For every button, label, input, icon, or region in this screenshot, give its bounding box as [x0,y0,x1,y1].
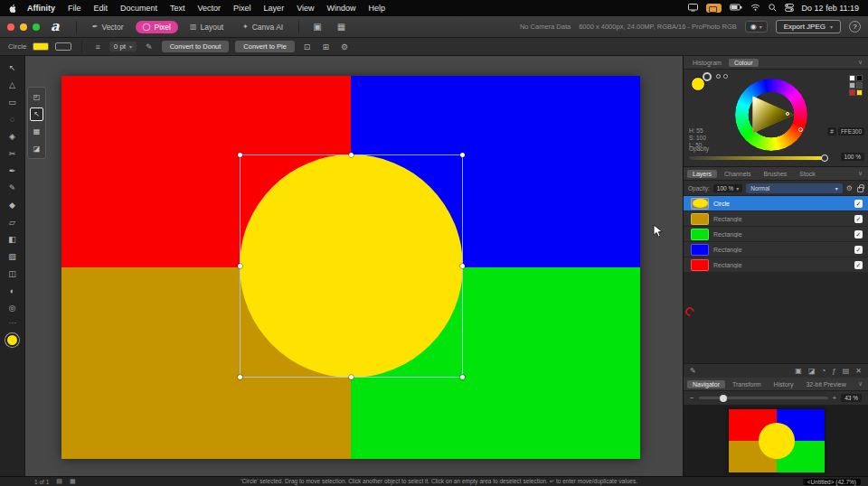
canvas-viewport[interactable] [25,56,683,476]
tab-32bit-preview[interactable]: 32-bit Preview [800,380,851,388]
group-layers-icon[interactable]: ▤ [843,367,850,375]
export-jpeg-button[interactable]: Export JPEG ▾ [776,20,841,33]
settings-gear-icon[interactable]: ⚙ [338,42,351,51]
zoom-out-button[interactable]: − [690,394,694,402]
tab-stock[interactable]: Stock [794,170,821,178]
tab-brushes[interactable]: Brushes [759,170,793,178]
active-colour-well[interactable] [5,333,19,347]
document-canvas[interactable] [61,76,640,459]
layer-row-rectangle[interactable]: Rectangle ✓ [684,211,868,227]
tab-transform[interactable]: Transform [727,380,767,388]
colour-opacity-slider[interactable] [689,156,826,160]
shape-tool-flyout[interactable]: ◪ [30,142,43,155]
menubar-clock[interactable]: Do 12 feb 11:19 [802,4,859,13]
no-colour-icon[interactable] [723,74,728,79]
move-tool[interactable]: ↖ [4,60,22,75]
tab-navigator[interactable]: Navigator [687,380,725,388]
menu-view[interactable]: View [290,4,320,13]
zoom-tool[interactable]: ◎ [4,300,22,315]
pen-tool[interactable]: ✒ [4,163,22,178]
tab-layers[interactable]: Layers [687,170,717,178]
opacity-slider-knob[interactable] [821,154,828,162]
grid-toggle-button[interactable]: ▦ [332,22,351,32]
selection-handle[interactable] [238,375,242,379]
stroke-colour-swatch[interactable] [55,42,71,51]
colour-chip[interactable] [856,82,863,89]
fill-colour-swatch[interactable] [33,42,49,51]
navigator-preview-area[interactable] [684,406,868,476]
colour-chip[interactable] [849,82,855,89]
colour-chip[interactable] [849,75,855,81]
flood-fill-tool[interactable]: ◧ [4,231,22,247]
grid-view-icon[interactable]: ▦ [70,478,76,485]
menu-edit[interactable]: Edit [88,4,115,13]
stroke-style-icon[interactable]: ≡ [92,42,102,51]
more-tools-button[interactable]: ⋯ [9,319,16,327]
move-tool-flyout[interactable]: ↖ [30,107,43,121]
collapse-chevron-icon[interactable]: ∨ [858,380,864,388]
colour-chip[interactable] [849,89,855,96]
menu-text[interactable]: Text [164,4,192,13]
zoom-value[interactable]: 43 % [841,394,862,402]
selection-bounding-box[interactable] [240,154,463,378]
selection-handle[interactable] [349,153,354,157]
layer-settings-gear-icon[interactable]: ⚙ [846,184,853,192]
search-icon[interactable] [769,4,777,14]
selection-handle[interactable] [238,153,242,157]
maximize-window-button[interactable] [33,23,40,31]
layer-row-rectangle[interactable]: Rectangle ✓ [684,257,868,273]
grid-icon[interactable]: ⊞ [319,42,332,51]
pencil-tool[interactable]: ✎ [4,180,22,195]
clone-tool[interactable]: ◫ [4,266,22,281]
collapse-chevron-icon[interactable]: ∨ [858,59,864,66]
paint-brush-tool[interactable]: ◆ [4,197,22,212]
assistant-dropdown[interactable]: ◉ ▾ [745,21,768,33]
menu-pixel[interactable]: Pixel [227,4,258,13]
menu-help[interactable]: Help [363,4,392,13]
colour-chip[interactable] [856,75,863,81]
layer-visibility-checkbox[interactable]: ✓ [854,200,863,208]
add-mask-icon[interactable]: ◪ [808,367,816,375]
hex-value-input[interactable]: FFE300 [838,127,864,136]
display-icon[interactable] [688,4,698,14]
layer-opacity-dropdown[interactable]: 100 % ▾ [713,184,742,192]
menu-vector[interactable]: Vector [192,4,228,13]
apple-menu-icon[interactable] [9,4,17,14]
screen-recording-badge[interactable] [706,4,722,13]
transform-box-icon[interactable]: ⊡ [301,42,314,51]
selection-handle[interactable] [349,375,354,379]
navigator-thumbnail[interactable] [729,409,825,472]
gradient-tool[interactable]: ▨ [4,248,22,264]
delete-layer-icon[interactable]: ✕ [855,367,862,375]
lock-icon[interactable] [857,187,863,192]
grid-tool-flyout[interactable]: ▦ [30,125,43,138]
battery-icon[interactable] [730,4,742,13]
vector-persona-button[interactable]: ✒ Vector [85,21,131,33]
layer-row-rectangle[interactable]: Rectangle ✓ [684,242,868,257]
selection-handle[interactable] [238,264,242,268]
add-pixel-layer-icon[interactable]: ▣ [795,367,802,375]
menu-layer[interactable]: Layer [258,4,291,13]
layer-visibility-checkbox[interactable]: ✓ [854,230,863,238]
layer-row-circle[interactable]: Circle ✓ [684,196,868,211]
convert-to-donut-button[interactable]: Convert to Donut [162,41,230,52]
stroke-width-input[interactable]: 0 pt ▾ [109,42,137,51]
help-button[interactable]: ? [849,21,861,33]
collapse-chevron-icon[interactable]: ∨ [858,170,864,177]
live-filter-icon[interactable]: ƒ [832,367,835,375]
edit-layer-icon[interactable]: ✎ [690,367,696,375]
convert-to-pie-button[interactable]: Convert to Pie [235,41,295,52]
menu-document[interactable]: Document [114,4,164,13]
zoom-slider-knob[interactable] [720,395,727,402]
flood-select-tool[interactable]: ◈ [4,128,22,144]
tab-histogram[interactable]: Histogram [687,59,727,67]
layers-empty-area[interactable] [684,273,868,363]
colour-chip[interactable] [856,89,863,96]
layer-visibility-checkbox[interactable]: ✓ [854,246,863,254]
zoom-in-button[interactable]: + [833,394,837,402]
saturation-selector-dot[interactable] [786,112,789,116]
minimize-window-button[interactable] [20,23,27,31]
menu-affinity[interactable]: Affinity [21,4,61,13]
hue-selector-dot[interactable] [798,127,803,132]
zoom-slider[interactable] [699,397,828,399]
